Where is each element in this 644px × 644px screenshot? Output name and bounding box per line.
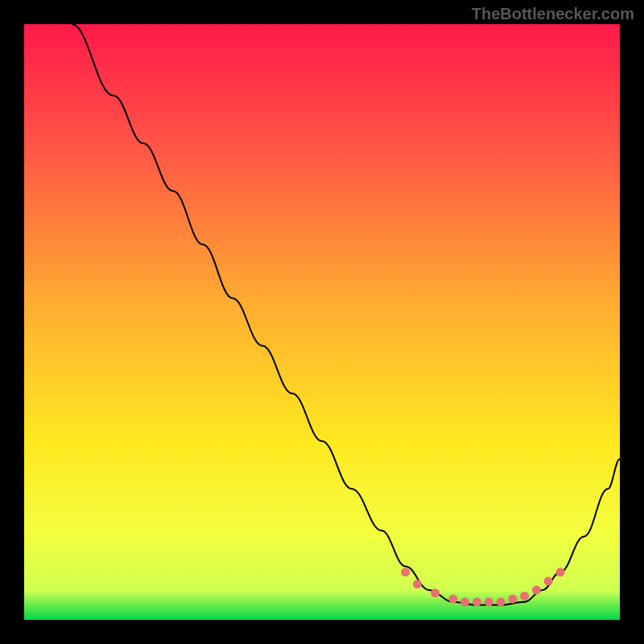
data-dot	[497, 597, 506, 606]
data-dot	[520, 592, 529, 601]
data-dot	[460, 597, 469, 606]
data-dot	[413, 580, 422, 588]
data-dot	[448, 595, 457, 604]
data-dot	[473, 597, 481, 606]
data-dot	[401, 568, 410, 576]
gradient-background	[24, 24, 620, 620]
data-dot	[556, 568, 565, 576]
data-dot	[508, 595, 517, 604]
chart-plot-area	[24, 24, 620, 620]
chart-svg	[24, 24, 620, 620]
data-dot	[544, 576, 553, 585]
data-dot	[431, 588, 440, 597]
data-dot	[485, 597, 493, 606]
attribution-text: TheBottlenecker.com	[472, 5, 634, 23]
data-dot	[532, 586, 541, 595]
